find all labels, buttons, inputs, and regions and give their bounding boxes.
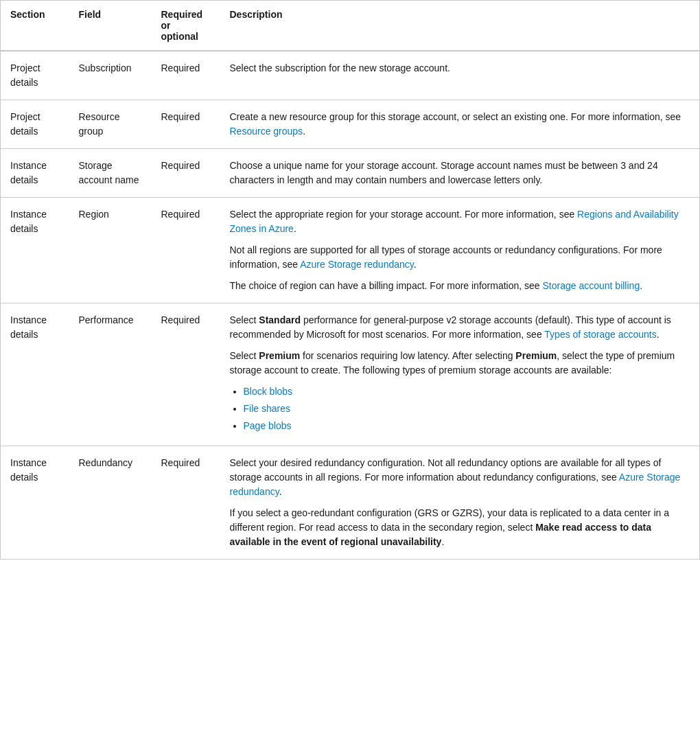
cell-description: Choose a unique name for your storage ac… <box>220 149 700 198</box>
cell-section: Project details <box>1 51 69 100</box>
cell-required: Required <box>152 446 220 560</box>
link-regions-and-availability-zones-in-azure[interactable]: Regions and Availability Zones in Azure <box>230 209 679 234</box>
header-description: Description <box>220 1 700 51</box>
cell-required: Required <box>152 149 220 198</box>
link-types-of-storage-accounts[interactable]: Types of storage accounts <box>544 329 656 340</box>
cell-section: Instance details <box>1 446 69 560</box>
cell-field: Resource group <box>69 100 152 149</box>
premium-types-list: Block blobsFile sharesPage blobs <box>244 384 690 433</box>
cell-description: Select your desired redundancy configura… <box>220 446 700 560</box>
table-row: Instance detailsRedundancyRequiredSelect… <box>1 446 700 560</box>
cell-field: Region <box>69 198 152 303</box>
cell-description: Select Standard performance for general-… <box>220 303 700 446</box>
cell-required: Required <box>152 303 220 446</box>
table-row: Project detailsResource groupRequiredCre… <box>1 100 700 149</box>
table-row: Project detailsSubscriptionRequiredSelec… <box>1 51 700 100</box>
list-item: Block blobs <box>244 384 690 399</box>
cell-field: Subscription <box>69 51 152 100</box>
cell-section: Instance details <box>1 303 69 446</box>
list-item: File shares <box>244 402 690 416</box>
header-field: Field <box>69 1 152 51</box>
cell-section: Instance details <box>1 198 69 303</box>
header-required: Required or optional <box>152 1 220 51</box>
cell-required: Required <box>152 51 220 100</box>
cell-description: Select the subscription for the new stor… <box>220 51 700 100</box>
list-item: Page blobs <box>244 419 690 433</box>
table-row: Instance detailsRegionRequiredSelect the… <box>1 198 700 303</box>
link-storage-account-billing[interactable]: Storage account billing <box>543 280 640 291</box>
table-header-row: Section Field Required or optional Descr… <box>1 1 700 51</box>
table-row: Instance detailsPerformanceRequiredSelec… <box>1 303 700 446</box>
link-azure-storage-redundancy[interactable]: Azure Storage redundancy <box>230 472 681 497</box>
cell-field: Redundancy <box>69 446 152 560</box>
link-file-shares[interactable]: File shares <box>244 403 290 414</box>
cell-required: Required <box>152 198 220 303</box>
table-row: Instance detailsStorage account nameRequ… <box>1 149 700 198</box>
cell-field: Storage account name <box>69 149 152 198</box>
link-block-blobs[interactable]: Block blobs <box>244 386 293 397</box>
cell-section: Project details <box>1 100 69 149</box>
link-resource-groups[interactable]: Resource groups <box>230 126 303 137</box>
link-azure-storage-redundancy[interactable]: Azure Storage redundancy <box>300 259 414 270</box>
cell-description: Select the appropriate region for your s… <box>220 198 700 303</box>
link-page-blobs[interactable]: Page blobs <box>244 420 292 431</box>
cell-required: Required <box>152 100 220 149</box>
cell-description: Create a new resource group for this sto… <box>220 100 700 149</box>
cell-field: Performance <box>69 303 152 446</box>
header-section: Section <box>1 1 69 51</box>
storage-account-table: Section Field Required or optional Descr… <box>0 0 700 560</box>
cell-section: Instance details <box>1 149 69 198</box>
